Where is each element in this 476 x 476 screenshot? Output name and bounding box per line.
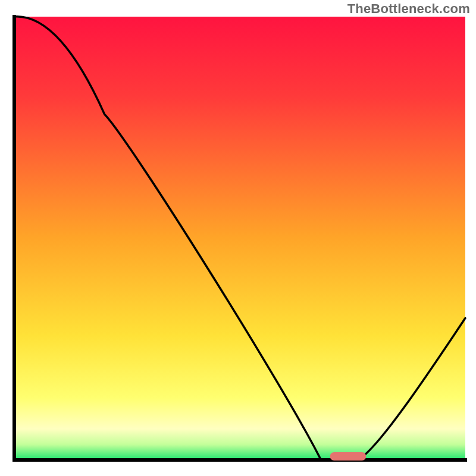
plot-background [14, 17, 465, 460]
watermark-text: TheBottleneck.com [347, 1, 470, 17]
chart-container: TheBottleneck.com [0, 0, 476, 476]
optimum-marker [330, 452, 367, 461]
bottleneck-chart [0, 0, 476, 476]
